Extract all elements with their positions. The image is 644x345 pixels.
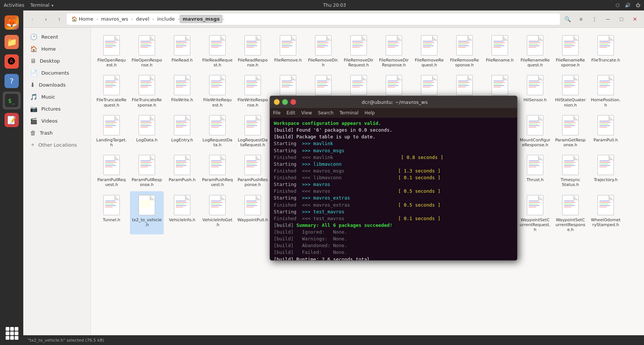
file-item[interactable]: WaypointSetCurrentResponse.h xyxy=(554,191,587,235)
file-item[interactable]: ParamPull.h xyxy=(589,111,623,150)
dock-item-help[interactable]: ? xyxy=(3,72,21,90)
file-item[interactable]: VehicleInfo.h xyxy=(165,191,199,235)
file-item[interactable]: FileRemoveDirRequest.h xyxy=(342,32,376,70)
file-item[interactable]: LogRequestData.h xyxy=(201,111,234,150)
file-item[interactable]: FileRemoveDirResponse.h xyxy=(377,32,411,70)
activities-label[interactable]: Activities xyxy=(4,3,24,8)
back-button[interactable]: ‹ xyxy=(26,13,38,25)
breadcrumb-devel[interactable]: devel xyxy=(133,15,152,23)
file-label: ParamPullResponse.h xyxy=(131,177,162,187)
file-item[interactable]: HilSensor.h xyxy=(518,71,552,110)
sidebar-item-music[interactable]: 🎵 Music xyxy=(26,91,88,103)
maximize-button[interactable] xyxy=(282,99,288,105)
sidebar-item-trash[interactable]: 🗑 Trash xyxy=(26,127,88,139)
dock-item-files[interactable]: 📁 xyxy=(3,33,21,51)
dock-item-firefox[interactable]: 🦊 xyxy=(3,14,21,32)
breadcrumb-mavros-ws[interactable]: mavros_ws xyxy=(98,15,131,23)
file-item[interactable]: ParamPullResponse.h xyxy=(130,151,164,189)
window-close[interactable]: ✕ xyxy=(629,13,641,25)
file-item[interactable]: LandingTarget.h xyxy=(95,111,128,150)
file-item[interactable]: MountConfigureResponse.h xyxy=(518,111,552,150)
file-item[interactable]: ParamPushRequest.h xyxy=(201,151,234,189)
sidebar-item-downloads[interactable]: ⬇ Downloads xyxy=(26,79,88,91)
file-item[interactable]: Trajectory.h xyxy=(589,151,623,189)
file-label: FileWriteRequest.h xyxy=(202,98,233,107)
more-menu-button[interactable]: ⋮ xyxy=(588,13,600,25)
file-item[interactable]: FileWriteResponse.h xyxy=(236,71,270,110)
sidebar-item-desktop[interactable]: 🖥 Desktop xyxy=(26,55,88,67)
file-item[interactable]: ParamPushResponse.h xyxy=(236,151,270,189)
file-item[interactable]: FileRemove.h xyxy=(271,32,305,70)
sidebar-item-videos[interactable]: 🎬 Videos xyxy=(26,115,88,127)
window-maximize[interactable]: □ xyxy=(615,13,627,25)
term-menu-terminal[interactable]: Terminal xyxy=(339,110,359,116)
app-dropdown-icon[interactable]: ▾ xyxy=(51,3,53,8)
file-item[interactable]: ParamGetResponse.h xyxy=(554,111,587,150)
file-label: HilStateQuaternion.h xyxy=(555,98,586,107)
search-button[interactable]: 🔍 xyxy=(561,13,573,25)
tray-icon-2[interactable]: 🔊 xyxy=(625,3,630,8)
file-item[interactable]: FileWriteRequest.h xyxy=(201,71,234,110)
dock-item-software[interactable]: 🅐 xyxy=(3,52,21,70)
dock-item-apps[interactable] xyxy=(3,324,21,342)
file-item[interactable]: FileReadRequest.h xyxy=(201,32,234,70)
term-menu-edit[interactable]: Edit xyxy=(287,110,295,116)
sidebar-item-documents[interactable]: 📄 Documents xyxy=(26,67,88,79)
term-menu-view[interactable]: View xyxy=(301,110,312,116)
file-item[interactable]: HilStateQuaternion.h xyxy=(554,71,587,110)
file-item[interactable]: WaypointSetCurrentRequest.h xyxy=(518,191,552,235)
tray-icon-1[interactable]: ⬡ xyxy=(616,3,620,8)
dock-item-editor[interactable]: 📝 xyxy=(3,111,21,129)
file-item[interactable]: FileOpenRequest.h xyxy=(95,32,128,70)
file-item[interactable]: LogData.h xyxy=(130,111,164,150)
file-item[interactable]: FileWrite.h xyxy=(165,71,199,110)
file-item[interactable]: FileTruncateResponse.h xyxy=(130,71,164,110)
file-item[interactable]: FileRemoveRequest.h xyxy=(412,32,446,70)
sidebar-item-other[interactable]: ＋ Other Locations xyxy=(26,139,88,150)
term-menu-search[interactable]: Search xyxy=(318,110,333,116)
breadcrumb-home[interactable]: 🏠 Home xyxy=(68,15,96,23)
file-item[interactable]: FileOpenResponse.h xyxy=(130,32,164,70)
file-item[interactable]: Tunnel.h xyxy=(95,191,128,235)
window-minimize[interactable]: ─ xyxy=(602,13,614,25)
breadcrumb-mavros-msgs[interactable]: mavros_msgs xyxy=(179,15,223,23)
forward-button[interactable]: › xyxy=(40,13,52,25)
file-item[interactable]: FileRename.h xyxy=(483,32,517,70)
file-item[interactable]: Timesync Status.h xyxy=(554,151,587,189)
up-button[interactable]: ↑ xyxy=(53,13,65,25)
file-item[interactable]: FileRenameRequest.h xyxy=(518,32,552,70)
file-item[interactable]: WaypointPull.h xyxy=(236,191,270,235)
view-menu-button[interactable]: ≡ xyxy=(575,13,587,25)
add-icon: ＋ xyxy=(30,141,35,148)
sidebar-item-recent[interactable]: 🕐 Recent xyxy=(26,31,88,43)
sidebar-item-home[interactable]: 🏠 Home xyxy=(26,43,88,55)
breadcrumb-include[interactable]: include xyxy=(154,15,178,23)
file-item[interactable]: VehicleInfoGet.h xyxy=(201,191,234,235)
file-icon xyxy=(454,74,475,97)
close-button[interactable] xyxy=(290,99,296,105)
file-item[interactable]: FileRead.h xyxy=(165,32,199,70)
file-icon xyxy=(419,34,440,57)
terminal-body[interactable]: Workspace configuration appears valid.[b… xyxy=(270,118,517,260)
term-menu-help[interactable]: Help xyxy=(365,110,375,116)
file-item[interactable]: LogEntry.h xyxy=(165,111,199,150)
file-item[interactable]: FileTruncate.h xyxy=(589,32,623,70)
file-item[interactable]: FileTruncateRequest.h xyxy=(95,71,128,110)
file-item[interactable]: WheelOdometryStamped.h xyxy=(589,191,623,235)
term-menu-file[interactable]: File xyxy=(273,110,281,116)
file-item[interactable]: LogRequestDataRequest.h xyxy=(236,111,270,150)
dock-item-terminal[interactable]: $_ xyxy=(3,92,21,110)
app-indicator: Terminal ▾ xyxy=(30,3,54,8)
file-item[interactable]: HomePosition.h xyxy=(589,71,623,110)
file-item[interactable]: ParamPush.h xyxy=(165,151,199,189)
file-item[interactable]: FileReadResponse.h xyxy=(236,32,270,70)
file-item[interactable]: FileRemoveResponse.h xyxy=(448,32,481,70)
file-item[interactable]: FileRenameResponse.h xyxy=(554,32,587,70)
tray-icon-3[interactable]: ⏻ xyxy=(636,3,640,8)
file-item[interactable]: FileRemoveDir.h xyxy=(306,32,340,70)
sidebar-item-pictures[interactable]: 📷 Pictures xyxy=(26,103,88,115)
minimize-button[interactable] xyxy=(274,99,280,105)
file-item[interactable]: Thrust.h xyxy=(518,151,552,189)
file-item[interactable]: ParamPullRequest.h xyxy=(95,151,128,189)
file-item[interactable]: tx2_to_vehicle.h xyxy=(130,191,164,235)
